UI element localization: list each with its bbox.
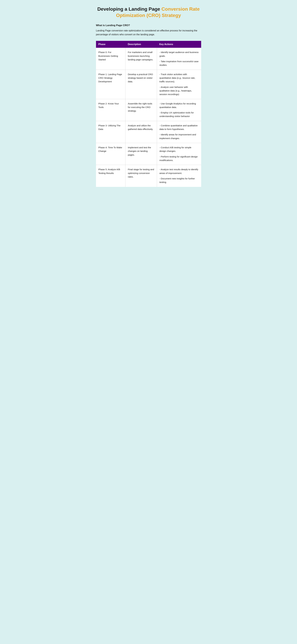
cro-table: Phase Description Key Actions Phase 0: F… [96, 41, 201, 187]
description-cell: Implement and test the changes on landin… [126, 143, 157, 165]
what-is-heading: What is Landing Page CRO? [96, 24, 201, 27]
key-actions-cell: - Use Google Analytics for recording qua… [157, 99, 201, 121]
description-cell: Assemble the right tools for executing t… [126, 99, 157, 121]
key-actions-cell: - Track visitor activities with quantita… [157, 70, 201, 99]
table-row: Phase 5: Analyze A/B Testing ResultsFina… [96, 165, 201, 187]
phase-cell: Phase 1: Landing Page CRO Strategy Devel… [96, 70, 126, 99]
col-header-phase: Phase [96, 41, 126, 48]
page-container: Developing a Landing Page Conversion Rat… [96, 6, 201, 187]
table-row: Phase 4: Time To Make ChangeImplement an… [96, 143, 201, 165]
key-actions-cell: - Conduct A/B testing for simple design … [157, 143, 201, 165]
phase-cell: Phase 3: Utilizing The Data [96, 121, 126, 143]
page-title: Developing a Landing Page Conversion Rat… [96, 6, 201, 18]
description-cell: Analyze and utilize the gathered data ef… [126, 121, 157, 143]
col-header-description: Description [126, 41, 157, 48]
table-row: Phase 2: Know Your ToolsAssemble the rig… [96, 99, 201, 121]
phase-cell: Phase 0: For Businesses Getting Started [96, 48, 126, 70]
table-row: Phase 0: For Businesses Getting StartedF… [96, 48, 201, 70]
description-cell: Final stage for testing and optimizing c… [126, 165, 157, 187]
key-actions-cell: - Analyze test results deeply to identif… [157, 165, 201, 187]
phase-cell: Phase 5: Analyze A/B Testing Results [96, 165, 126, 187]
table-row: Phase 1: Landing Page CRO Strategy Devel… [96, 70, 201, 99]
description-cell: For marketers and small businesses launc… [126, 48, 157, 70]
key-actions-cell: - Combine quantitative and qualitative d… [157, 121, 201, 143]
what-is-body: Landing Page conversion rate optimizatio… [96, 29, 201, 36]
description-cell: Develop a practical CRO strategy based o… [126, 70, 157, 99]
key-actions-cell: - Identify target audience and business … [157, 48, 201, 70]
phase-cell: Phase 4: Time To Make Change [96, 143, 126, 165]
table-header-row: Phase Description Key Actions [96, 41, 201, 48]
table-row: Phase 3: Utilizing The DataAnalyze and u… [96, 121, 201, 143]
title-part1: Developing a Landing Page [97, 6, 162, 12]
phase-cell: Phase 2: Know Your Tools [96, 99, 126, 121]
col-header-key-actions: Key Actions [157, 41, 201, 48]
